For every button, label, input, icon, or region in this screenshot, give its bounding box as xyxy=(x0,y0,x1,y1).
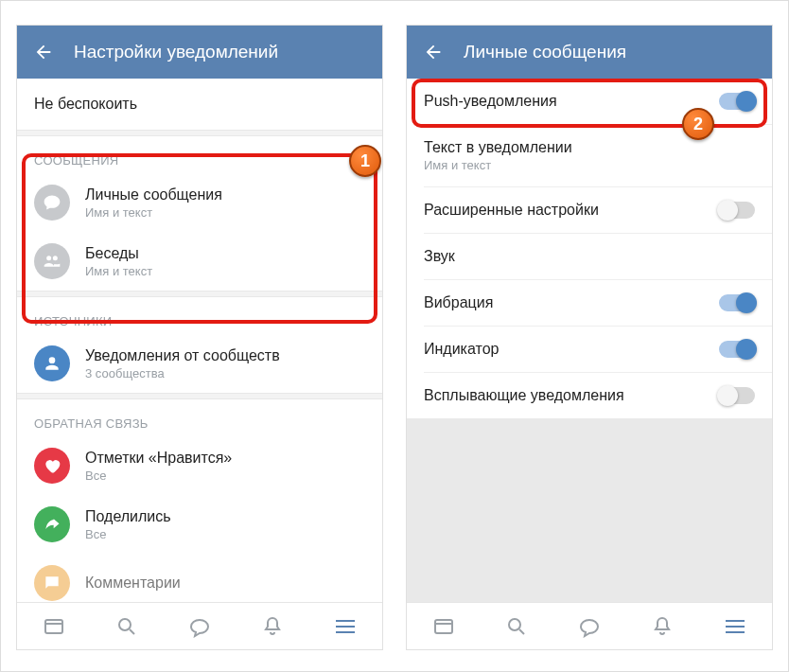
chats-title: Беседы xyxy=(85,245,152,262)
back-button[interactable] xyxy=(28,37,59,67)
section-messages: СООБЩЕНИЯ xyxy=(17,136,382,173)
people-icon xyxy=(34,243,70,279)
toggle-indicator[interactable] xyxy=(719,341,755,358)
shares-sub: Все xyxy=(85,527,171,541)
tab-news[interactable] xyxy=(41,613,67,640)
communities-sub: 3 сообщества xyxy=(85,366,280,380)
tab-notifications[interactable] xyxy=(259,613,286,640)
tab-search[interactable] xyxy=(503,613,530,640)
toggle-push[interactable] xyxy=(719,93,755,110)
item-shares[interactable]: Поделились Все xyxy=(17,495,382,554)
likes-title: Отметки «Нравится» xyxy=(85,450,232,467)
row-popup-notifications[interactable]: Всплывающие уведомления xyxy=(407,373,772,418)
tab-menu[interactable] xyxy=(722,613,748,640)
dnd-label: Не беспокоить xyxy=(34,96,137,113)
row-sound[interactable]: Звук xyxy=(407,234,772,279)
personal-title: Личные сообщения xyxy=(85,186,222,203)
phone-left: Настройки уведомлений Не беспокоить СООБ… xyxy=(16,25,383,650)
tab-menu[interactable] xyxy=(332,613,359,640)
advanced-label: Расширенные настройки xyxy=(424,202,599,219)
section-feedback: ОБРАТНАЯ СВЯЗЬ xyxy=(17,399,382,436)
personal-sub: Имя и текст xyxy=(85,205,222,220)
row-vibration[interactable]: Вибрация xyxy=(407,280,772,326)
vibration-label: Вибрация xyxy=(424,294,493,311)
text-in-notif-sub: Имя и текст xyxy=(424,158,755,172)
page-title: Личные сообщения xyxy=(464,42,626,62)
divider xyxy=(17,130,382,136)
item-personal-messages[interactable]: Личные сообщения Имя и текст xyxy=(17,173,382,232)
chat-bubble-icon xyxy=(34,185,70,221)
toggle-popup[interactable] xyxy=(719,387,755,404)
indicator-label: Индикатор xyxy=(424,341,499,358)
arrow-left-icon xyxy=(33,42,54,62)
heart-icon xyxy=(34,448,70,484)
tab-bar xyxy=(407,602,772,649)
tab-search[interactable] xyxy=(114,613,140,640)
push-label: Push-уведомления xyxy=(424,93,557,110)
item-chats[interactable]: Беседы Имя и текст xyxy=(17,232,382,291)
header: Настройки уведомлений xyxy=(17,26,382,79)
item-community-notifications[interactable]: Уведомления от сообществ 3 сообщества xyxy=(17,334,382,393)
item-comments[interactable]: Комментарии xyxy=(17,554,382,601)
phone-right: Личные сообщения Push-уведомления Текст … xyxy=(406,25,773,650)
toggle-vibration[interactable] xyxy=(719,294,755,311)
tab-messages[interactable] xyxy=(576,613,603,640)
share-icon xyxy=(34,506,70,542)
empty-area xyxy=(407,418,772,602)
row-do-not-disturb[interactable]: Не беспокоить xyxy=(17,79,382,130)
content: Не беспокоить СООБЩЕНИЯ Личные сообщения… xyxy=(17,79,382,602)
page-title: Настройки уведомлений xyxy=(74,42,278,62)
divider xyxy=(17,393,382,399)
likes-sub: Все xyxy=(85,469,232,483)
section-sources: ИСТОЧНИКИ xyxy=(17,297,382,334)
header: Личные сообщения xyxy=(407,26,772,79)
row-text-in-notification[interactable]: Текст в уведомлении Имя и текст xyxy=(407,125,772,186)
tab-notifications[interactable] xyxy=(649,613,675,640)
toggle-advanced[interactable] xyxy=(719,202,755,219)
popup-label: Всплывающие уведомления xyxy=(424,387,624,404)
svg-line-7 xyxy=(519,629,524,634)
row-advanced-settings[interactable]: Расширенные настройки xyxy=(407,187,772,233)
communities-title: Уведомления от сообществ xyxy=(85,347,280,364)
svg-point-2 xyxy=(119,619,131,630)
back-button[interactable] xyxy=(418,37,448,67)
comment-icon xyxy=(34,565,70,601)
svg-rect-4 xyxy=(435,620,452,633)
row-push-notifications[interactable]: Push-уведомления xyxy=(407,79,772,124)
text-in-notif-title: Текст в уведомлении xyxy=(424,139,755,156)
item-likes[interactable]: Отметки «Нравится» Все xyxy=(17,436,382,495)
tab-news[interactable] xyxy=(430,613,457,640)
person-icon xyxy=(34,345,70,381)
tab-messages[interactable] xyxy=(186,613,213,640)
chats-sub: Имя и текст xyxy=(85,264,152,278)
comments-title: Комментарии xyxy=(85,575,181,592)
content: Push-уведомления Текст в уведомлении Имя… xyxy=(407,79,772,602)
tab-bar xyxy=(17,602,382,649)
sound-label: Звук xyxy=(424,248,455,265)
shares-title: Поделились xyxy=(85,508,171,525)
svg-rect-0 xyxy=(45,620,62,633)
arrow-left-icon xyxy=(423,42,444,62)
divider xyxy=(17,291,382,297)
svg-line-3 xyxy=(130,629,134,634)
row-indicator[interactable]: Индикатор xyxy=(407,327,772,372)
svg-point-6 xyxy=(509,619,520,630)
